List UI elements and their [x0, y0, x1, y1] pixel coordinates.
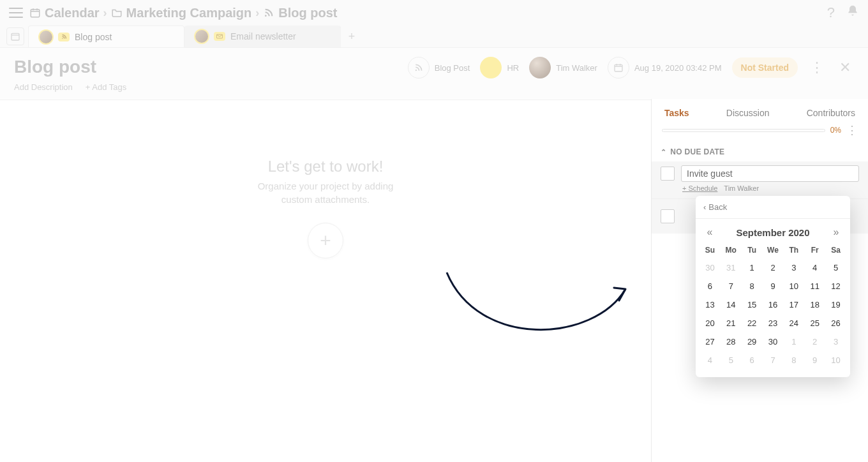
day-of-week: We: [763, 242, 784, 258]
calendar-chip[interactable]: [6, 27, 24, 45]
meta-dept[interactable]: HR: [480, 57, 519, 78]
task-checkbox[interactable]: [661, 209, 675, 223]
meta-owner[interactable]: Tim Walker: [529, 57, 597, 78]
help-icon[interactable]: ?: [827, 4, 835, 21]
status-badge[interactable]: Not Started: [732, 57, 798, 78]
calendar-day[interactable]: 6: [742, 351, 763, 369]
add-attachment-button[interactable]: +: [308, 223, 343, 258]
calendar-day[interactable]: 9: [763, 277, 784, 295]
calendar-day[interactable]: 26: [825, 314, 846, 332]
calendar-day[interactable]: 23: [763, 314, 784, 332]
rss-icon: [58, 33, 70, 41]
task-title-input[interactable]: [681, 165, 859, 182]
calendar-day[interactable]: 30: [700, 258, 721, 277]
calendar-day[interactable]: 14: [721, 295, 742, 314]
next-month-button[interactable]: »: [828, 227, 844, 238]
add-tab-button[interactable]: +: [341, 30, 363, 43]
task-assignee[interactable]: Tim Walker: [724, 184, 759, 192]
calendar-day[interactable]: 25: [804, 314, 825, 332]
calendar-day[interactable]: 15: [742, 295, 763, 314]
calendar-day[interactable]: 5: [825, 258, 846, 277]
date-picker-back[interactable]: ‹ Back: [696, 196, 850, 219]
day-of-week: Th: [783, 242, 804, 258]
menu-icon[interactable]: [9, 8, 23, 18]
calendar-day[interactable]: 4: [700, 351, 721, 369]
bell-icon[interactable]: [846, 4, 859, 21]
calendar-icon: [608, 57, 629, 78]
calendar-day[interactable]: 10: [825, 351, 846, 369]
calendar-day[interactable]: 22: [742, 314, 763, 332]
calendar-day[interactable]: 13: [700, 295, 721, 314]
calendar-day[interactable]: 16: [763, 295, 784, 314]
calendar-day[interactable]: 29: [742, 332, 763, 351]
rss-icon: [408, 57, 430, 78]
kebab-icon[interactable]: ⋮: [846, 123, 858, 137]
panel-tab-tasks[interactable]: Tasks: [664, 108, 689, 118]
tab-blog-post[interactable]: Blog post: [28, 26, 184, 47]
calendar-day[interactable]: 19: [825, 295, 846, 314]
svg-rect-2: [11, 33, 19, 40]
calendar-day[interactable]: 1: [742, 258, 763, 277]
calendar-day[interactable]: 24: [783, 314, 804, 332]
task-row: [652, 161, 868, 183]
tab-label: Blog post: [75, 32, 112, 42]
mail-icon: [214, 32, 225, 41]
tab-label: Email newsletter: [230, 31, 296, 41]
panel-tab-discussion[interactable]: Discussion: [726, 108, 770, 118]
day-of-week: Mo: [721, 242, 742, 258]
calendar-day[interactable]: 20: [700, 314, 721, 332]
calendar-day[interactable]: 8: [783, 351, 804, 369]
calendar-day[interactable]: 7: [721, 277, 742, 295]
day-of-week: Fr: [804, 242, 825, 258]
calendar-day[interactable]: 9: [804, 351, 825, 369]
meta-datetime[interactable]: Aug 19, 2020 03:42 PM: [608, 57, 722, 78]
calendar-day[interactable]: 18: [804, 295, 825, 314]
panel-tab-contributors[interactable]: Contributors: [807, 108, 855, 118]
calendar-day[interactable]: 4: [804, 258, 825, 277]
chevron-up-icon: ⌃: [661, 148, 666, 156]
add-description[interactable]: Add Description: [14, 82, 73, 92]
kebab-icon[interactable]: ⋮: [808, 59, 826, 76]
breadcrumb-item[interactable]: Blog post: [278, 6, 337, 20]
calendar-day[interactable]: 8: [742, 277, 763, 295]
rss-icon: [263, 7, 274, 19]
close-icon[interactable]: ✕: [836, 59, 854, 76]
progress-pct: 0%: [830, 126, 841, 135]
calendar-day[interactable]: 2: [804, 332, 825, 351]
calendar-day[interactable]: 3: [783, 258, 804, 277]
svg-point-1: [265, 15, 267, 17]
date-picker-popover: ‹ Back « September 2020 » SuMoTuWeThFrSa…: [696, 196, 850, 377]
calendar-day[interactable]: 27: [700, 332, 721, 351]
day-of-week: Sa: [825, 242, 846, 258]
breadcrumb-root[interactable]: Calendar: [45, 6, 100, 20]
calendar-day[interactable]: 7: [763, 351, 784, 369]
task-section-header[interactable]: ⌃ NO DUE DATE: [652, 137, 868, 161]
calendar-day[interactable]: 21: [721, 314, 742, 332]
calendar-day[interactable]: 28: [721, 332, 742, 351]
calendar-day[interactable]: 12: [825, 277, 846, 295]
meta-type[interactable]: Blog Post: [408, 57, 470, 78]
calendar-day[interactable]: 5: [721, 351, 742, 369]
breadcrumb-folder[interactable]: Marketing Campaign: [126, 6, 252, 20]
schedule-link[interactable]: + Schedule: [682, 184, 717, 192]
calendar-day[interactable]: 2: [763, 258, 784, 277]
calendar-day[interactable]: 3: [825, 332, 846, 351]
calendar-day[interactable]: 11: [804, 277, 825, 295]
calendar-day[interactable]: 1: [783, 332, 804, 351]
folder-icon: [111, 7, 123, 19]
calendar-day[interactable]: 10: [783, 277, 804, 295]
calendar-day[interactable]: 17: [783, 295, 804, 314]
tab-email-newsletter[interactable]: Email newsletter: [184, 26, 341, 47]
calendar-day[interactable]: 30: [763, 332, 784, 351]
calendar-icon: [29, 7, 41, 19]
calendar-day[interactable]: 6: [700, 277, 721, 295]
avatar: [195, 29, 209, 43]
day-of-week: Tu: [742, 242, 763, 258]
prev-month-button[interactable]: «: [702, 227, 717, 238]
task-checkbox[interactable]: [661, 167, 675, 181]
calendar-day[interactable]: 31: [721, 258, 742, 277]
add-tags[interactable]: + Add Tags: [86, 82, 126, 92]
svg-point-5: [415, 70, 416, 71]
empty-state: Let's get to work! Organize your project…: [211, 158, 440, 258]
chevron-right-icon: ›: [103, 6, 107, 20]
